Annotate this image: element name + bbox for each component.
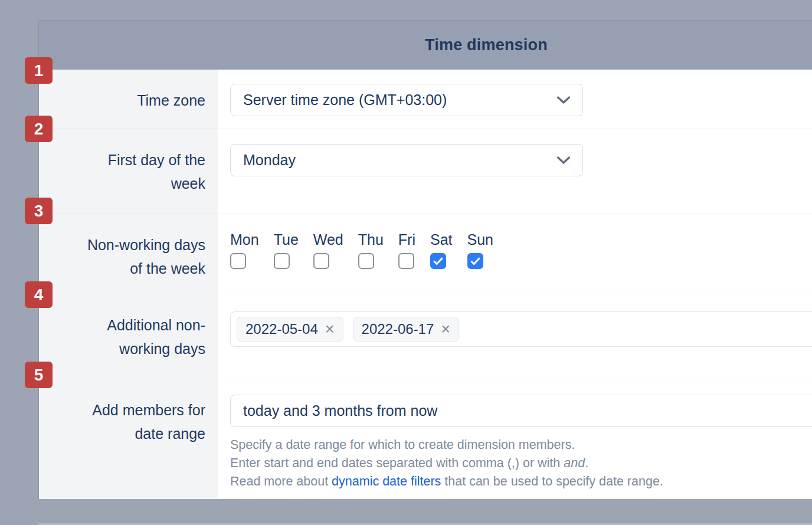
checkbox-tue[interactable] [274,253,290,269]
date-range-label: Add members for date range [39,379,218,499]
chevron-down-icon [556,96,571,104]
weekday-label-thu: Thu [358,231,384,248]
date-tag-text: 2022-05-04 [245,321,318,337]
step-badge-1: 1 [25,57,53,84]
time-zone-label: Time zone [39,70,218,129]
first-day-select-value: Monday [243,152,296,169]
non-working-days-label: Non-working days of the week [39,214,218,294]
page-title: Time dimension [425,36,548,54]
date-tag-text: 2022-06-17 [362,321,434,337]
weekday-tue: Tue [274,231,299,269]
dynamic-date-filters-link[interactable]: dynamic date filters [332,474,441,488]
date-tag: 2022-05-04 × [237,317,343,342]
weekday-sat: Sat [430,231,453,269]
weekday-label-sat: Sat [430,231,453,248]
first-day-label: First day of the week [39,129,218,214]
row-time-zone: Time zone Server time zone (GMT+03:00) [39,70,812,129]
time-dimension-panel: Time dimension Time zone Server time zon… [38,20,812,499]
panel-header: Time dimension [39,21,812,70]
checkbox-sat[interactable] [430,253,446,269]
weekday-checkbox-group: Mon Tue Wed Thu Fri [230,231,812,269]
step-badge-4: 4 [25,281,53,308]
chevron-down-icon [556,156,571,165]
row-non-working-days: Non-working days of the week Mon Tue Wed [39,214,812,294]
weekday-label-mon: Mon [230,231,259,248]
weekday-label-sun: Sun [467,231,493,248]
help-line-3: Read more about dynamic date filters tha… [230,472,812,491]
weekday-fri: Fri [398,231,415,269]
row-date-range: Add members for date range Specify a dat… [39,379,812,499]
weekday-label-wed: Wed [313,231,343,248]
weekday-sun: Sun [467,231,493,269]
first-day-select[interactable]: Monday [230,144,583,176]
step-badge-2: 2 [25,116,53,142]
weekday-label-fri: Fri [398,231,415,248]
checkbox-fri[interactable] [398,253,414,269]
check-icon [433,257,443,265]
help-line-1: Specify a date range for which to create… [230,436,812,454]
weekday-thu: Thu [358,231,384,269]
additional-days-label: Additional non- working days [39,294,218,379]
help-line-2: Enter start and end dates separated with… [230,454,812,472]
weekday-label-tue: Tue [274,231,299,248]
step-badge-3: 3 [25,198,53,224]
additional-days-input[interactable]: 2022-05-04 × 2022-06-17 × [230,311,812,347]
time-zone-select[interactable]: Server time zone (GMT+03:00) [230,84,583,116]
check-icon [470,257,480,265]
row-first-day: First day of the week Monday [39,129,812,214]
checkbox-thu[interactable] [358,253,374,269]
weekday-wed: Wed [313,231,343,269]
date-range-help: Specify a date range for which to create… [230,436,812,491]
checkbox-mon[interactable] [230,253,246,269]
row-additional-days: Additional non- working days 2022-05-04 … [39,294,812,379]
checkbox-wed[interactable] [313,253,329,269]
time-zone-select-value: Server time zone (GMT+03:00) [243,91,447,109]
step-badge-5: 5 [25,362,53,388]
checkbox-sun[interactable] [467,253,483,269]
remove-tag-icon[interactable]: × [325,321,335,337]
weekday-mon: Mon [230,231,259,269]
date-tag: 2022-06-17 × [353,317,460,342]
remove-tag-icon[interactable]: × [441,321,450,337]
date-range-input[interactable] [230,395,812,427]
